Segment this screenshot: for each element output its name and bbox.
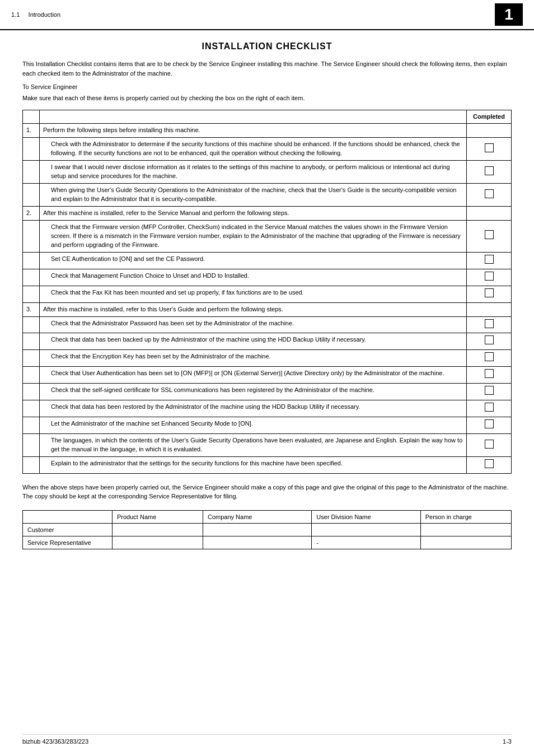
sub-item-check[interactable]: [467, 350, 512, 367]
sub-item-text: Explain to the administrator that the se…: [40, 456, 467, 473]
info-company-value: [203, 536, 311, 549]
info-row: Service Representative-: [23, 536, 512, 549]
summary-note: When the above steps have been properly …: [22, 483, 512, 501]
info-row-label: Service Representative: [23, 536, 113, 549]
header-completed-cell: Completed: [467, 110, 512, 124]
sub-num: [23, 400, 40, 417]
step-check: [467, 302, 512, 316]
checkbox[interactable]: [485, 255, 494, 264]
checkbox[interactable]: [485, 459, 494, 468]
checkbox[interactable]: [485, 419, 494, 428]
sub-num: [23, 252, 40, 269]
table-row: Check that User Authentication has been …: [23, 367, 512, 384]
checklist-table: Completed 1.Perform the following steps …: [22, 110, 512, 474]
table-row: Let the Administrator of the machine set…: [23, 417, 512, 434]
checkbox[interactable]: [485, 369, 494, 378]
page-title: INSTALLATION CHECKLIST: [22, 41, 512, 52]
sub-item-text: The languages, in which the contents of …: [40, 434, 467, 457]
table-row: Check that data has been backed up by th…: [23, 333, 512, 350]
header-num-cell: [23, 110, 40, 124]
info-header-division: User Division Name: [312, 510, 420, 523]
sub-num: [23, 316, 40, 333]
sub-item-check[interactable]: [467, 252, 512, 269]
make-sure-text: Make sure that each of these items is pr…: [22, 94, 512, 103]
footer-product: bizhub 423/363/283/223: [22, 738, 88, 745]
info-table: Product Name Company Name User Division …: [22, 510, 512, 549]
sub-num: [23, 417, 40, 434]
sub-item-check[interactable]: [467, 138, 512, 161]
sub-item-check[interactable]: [467, 184, 512, 207]
sub-item-check[interactable]: [467, 456, 512, 473]
footer-page-label: 1-3: [503, 738, 512, 745]
checkbox[interactable]: [485, 352, 494, 361]
step-text: After this machine is installed, refer t…: [40, 207, 467, 221]
sub-item-text: I swear that I would never disclose info…: [40, 161, 467, 184]
info-division-value: -: [312, 536, 420, 549]
header-bar: 1.1 Introduction 1: [0, 0, 534, 30]
info-row: Customer: [23, 523, 512, 536]
sub-num: [23, 184, 40, 207]
sub-num: [23, 333, 40, 350]
checkbox[interactable]: [485, 335, 494, 344]
checkbox[interactable]: [485, 440, 494, 449]
table-row: Explain to the administrator that the se…: [23, 456, 512, 473]
sub-item-check[interactable]: [467, 417, 512, 434]
sub-item-check[interactable]: [467, 220, 512, 252]
table-row: Set CE Authentication to [ON] and set th…: [23, 252, 512, 269]
checkbox[interactable]: [485, 230, 494, 239]
main-content: INSTALLATION CHECKLIST This Installation…: [0, 30, 534, 572]
checkbox[interactable]: [485, 288, 494, 297]
sub-num: [23, 161, 40, 184]
sub-num: [23, 456, 40, 473]
sub-item-text: Check that Management Function Choice to…: [40, 269, 467, 286]
intro-paragraph: This Installation Checklist contains ite…: [22, 59, 512, 78]
info-header-product: Product Name: [113, 510, 203, 523]
sub-num: [23, 367, 40, 384]
sub-item-check[interactable]: [467, 161, 512, 184]
checkbox[interactable]: [485, 166, 494, 175]
info-person-value: [420, 523, 511, 536]
checkbox[interactable]: [485, 189, 494, 198]
checkbox[interactable]: [485, 319, 494, 328]
table-row: I swear that I would never disclose info…: [23, 161, 512, 184]
page-number: 1: [504, 6, 513, 24]
table-row: The languages, in which the contents of …: [23, 434, 512, 457]
step-check: [467, 207, 512, 221]
table-row: Check that the Encryption Key has been s…: [23, 350, 512, 367]
sub-item-text: Check with the Administrator to determin…: [40, 138, 467, 161]
sub-item-check[interactable]: [467, 286, 512, 302]
sub-item-text: Check that the self-signed certificate f…: [40, 384, 467, 400]
sub-num: [23, 286, 40, 302]
step-check: [467, 124, 512, 138]
info-person-value: [420, 536, 511, 549]
checkbox[interactable]: [485, 143, 494, 152]
info-division-value: [312, 523, 420, 536]
sub-item-text: Check that data has been backed up by th…: [40, 333, 467, 350]
sub-item-check[interactable]: [467, 434, 512, 457]
info-header-company: Company Name: [203, 510, 311, 523]
sub-item-check[interactable]: [467, 384, 512, 400]
step-text: Perform the following steps before insta…: [40, 124, 467, 138]
step-number: 3.: [23, 302, 40, 316]
sub-item-check[interactable]: [467, 400, 512, 417]
page: 1.1 Introduction 1 INSTALLATION CHECKLIS…: [0, 0, 534, 756]
section-number: 1.1: [11, 11, 20, 18]
checkbox[interactable]: [485, 386, 494, 395]
info-header-row: Product Name Company Name User Division …: [23, 510, 512, 523]
sub-item-check[interactable]: [467, 316, 512, 333]
sub-item-text: Set CE Authentication to [ON] and set th…: [40, 252, 467, 269]
checkbox[interactable]: [485, 272, 494, 281]
table-row: 1.Perform the following steps before ins…: [23, 124, 512, 138]
info-row-label: Customer: [23, 523, 113, 536]
sub-item-check[interactable]: [467, 333, 512, 350]
checkbox[interactable]: [485, 403, 494, 412]
sub-num: [23, 350, 40, 367]
table-row: Check that data has been restored by the…: [23, 400, 512, 417]
page-footer: bizhub 423/363/283/223 1-3: [22, 734, 512, 745]
table-row: Check that Management Function Choice to…: [23, 269, 512, 286]
sub-item-text: Let the Administrator of the machine set…: [40, 417, 467, 434]
sub-item-check[interactable]: [467, 269, 512, 286]
sub-item-check[interactable]: [467, 367, 512, 384]
step-text: After this machine is installed, refer t…: [40, 302, 467, 316]
info-product-value: [113, 523, 203, 536]
